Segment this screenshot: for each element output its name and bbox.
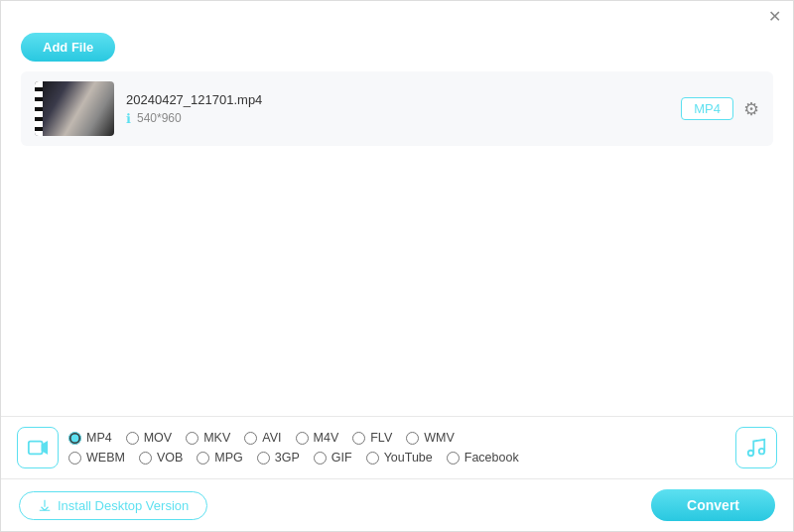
svg-point-2 — [748, 451, 754, 457]
file-thumbnail — [35, 81, 114, 136]
file-dimensions: 540*960 — [137, 111, 182, 125]
file-info: 20240427_121701.mp4 ℹ 540*960 — [126, 92, 669, 126]
format-option-avi[interactable]: AVI — [244, 431, 281, 445]
format-badge-button[interactable]: MP4 — [681, 97, 733, 120]
format-option-webm[interactable]: WEBM — [68, 451, 125, 465]
svg-marker-1 — [43, 443, 48, 454]
file-list-item: 20240427_121701.mp4 ℹ 540*960 MP4 ⚙ — [21, 71, 773, 146]
install-desktop-button[interactable]: Install Desktop Version — [19, 491, 207, 520]
file-actions: MP4 ⚙ — [681, 97, 759, 120]
format-section: MP4 MOV MKV AVI M4V FLV WM — [1, 417, 793, 479]
format-option-flv[interactable]: FLV — [352, 431, 392, 445]
format-option-mkv[interactable]: MKV — [186, 431, 230, 445]
format-option-gif[interactable]: GIF — [314, 451, 352, 465]
svg-point-3 — [759, 449, 765, 455]
format-option-mp4[interactable]: MP4 — [68, 431, 112, 445]
bottom-panel: MP4 MOV MKV AVI M4V FLV WM — [1, 416, 793, 531]
format-option-m4v[interactable]: M4V — [296, 431, 339, 445]
svg-rect-0 — [29, 442, 43, 455]
format-options: MP4 MOV MKV AVI M4V FLV WM — [68, 431, 726, 465]
title-bar: ✕ — [1, 1, 793, 29]
file-name: 20240427_121701.mp4 — [126, 92, 669, 107]
toolbar: Add File — [1, 29, 793, 71]
format-option-mov[interactable]: MOV — [126, 431, 172, 445]
video-format-icon[interactable] — [17, 427, 59, 468]
format-row-2: WEBM VOB MPG 3GP GIF YouTube — [68, 451, 726, 465]
file-meta: ℹ 540*960 — [126, 111, 669, 126]
format-option-youtube[interactable]: YouTube — [366, 451, 433, 465]
content-area — [1, 146, 793, 325]
settings-icon[interactable]: ⚙ — [743, 98, 759, 120]
add-file-button[interactable]: Add File — [21, 33, 115, 62]
format-option-3gp[interactable]: 3GP — [257, 451, 300, 465]
format-option-wmv[interactable]: WMV — [406, 431, 455, 445]
format-option-mpg[interactable]: MPG — [197, 451, 242, 465]
close-button[interactable]: ✕ — [768, 9, 781, 25]
action-bar: Install Desktop Version Convert — [1, 479, 793, 531]
download-icon — [38, 498, 52, 512]
convert-button[interactable]: Convert — [651, 489, 775, 521]
install-label: Install Desktop Version — [58, 498, 189, 513]
format-option-vob[interactable]: VOB — [139, 451, 183, 465]
audio-format-icon[interactable] — [735, 427, 777, 468]
format-row-1: MP4 MOV MKV AVI M4V FLV WM — [68, 431, 726, 445]
format-option-facebook[interactable]: Facebook — [447, 451, 519, 465]
info-icon: ℹ — [126, 111, 131, 126]
